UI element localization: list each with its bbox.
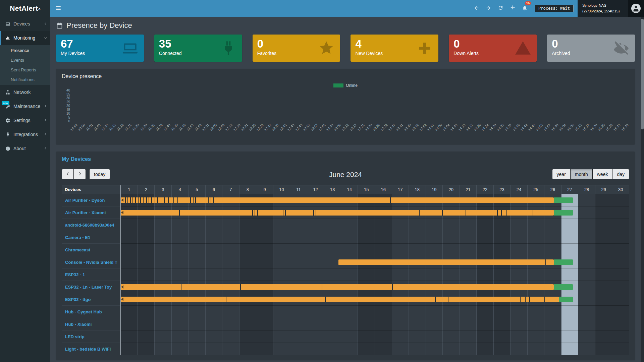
offline-gap-tick: [195, 197, 196, 203]
device-link-air-purifier-dyson[interactable]: Air Purifier - Dyson: [62, 194, 120, 206]
calendar-nav-group: today: [62, 169, 110, 179]
chevron-left-icon: [44, 132, 48, 137]
day-header-5: 5: [189, 185, 206, 194]
calendar-today-button[interactable]: today: [89, 169, 110, 179]
device-link-air-purifier-xiaomi[interactable]: Air Purifier - Xiaomi: [62, 206, 120, 219]
process-status: Process: Wait: [535, 5, 574, 12]
brand-logo[interactable]: NetAlertx: [0, 0, 50, 17]
offline-gap-tick: [392, 284, 393, 290]
day-header-14: 14: [341, 185, 358, 194]
offline-gap-tick: [501, 210, 502, 216]
refresh-button[interactable]: [494, 0, 506, 17]
x-axis-label-cell: 12:16: [235, 122, 241, 140]
device-link-console-nvidia-shield-t[interactable]: Console - Nvidia Shield T: [62, 256, 120, 268]
offline-gap-tick: [316, 210, 316, 216]
sidebar-subitem-events[interactable]: Events: [0, 55, 50, 65]
notifications-button[interactable]: 15: [519, 0, 531, 17]
x-axis-label: 14:20: [473, 123, 481, 131]
presence-bar-current[interactable]: [554, 197, 573, 203]
device-link-esp32-1n-laser-toy[interactable]: ESP32 - 1n - Laser Toy: [62, 281, 120, 293]
sidebar-toggle-button[interactable]: [50, 0, 66, 17]
sidebar-item-monitoring[interactable]: Monitoring: [0, 31, 50, 45]
x-axis-label: 11:25: [132, 123, 140, 131]
calendar-next-button[interactable]: [74, 169, 86, 179]
device-link-camera-e1[interactable]: Camera - E1: [62, 231, 120, 244]
sidebar-subitem-sent-reports[interactable]: Sent Reports: [0, 65, 50, 75]
pan-mode-button[interactable]: [506, 0, 519, 17]
offline-gap-tick: [497, 210, 498, 216]
timeline-row: [121, 256, 629, 268]
summary-card-connected[interactable]: 35Connected: [154, 35, 242, 62]
presence-bar-online[interactable]: [121, 197, 554, 203]
y-axis-tick: 25: [66, 100, 70, 104]
summary-card-archived[interactable]: 0Archived: [547, 35, 635, 62]
nav-back-button[interactable]: [470, 0, 482, 17]
presence-bar-current[interactable]: [559, 297, 573, 302]
x-axis-label: 12:32: [263, 123, 272, 131]
continues-left-arrow-icon: [121, 198, 123, 202]
calendar-view-month-button[interactable]: month: [571, 169, 593, 179]
presence-bar-online[interactable]: [121, 284, 554, 290]
sidebar-subitem-presence[interactable]: Presence: [0, 46, 50, 55]
avatar[interactable]: [631, 4, 641, 13]
presence-bar-online[interactable]: [121, 297, 559, 302]
device-link-light-bedside-b-wifi[interactable]: Light - bedside B WiFi: [62, 343, 120, 355]
x-axis-label: 15:08: [566, 123, 575, 131]
x-axis-label-cell: 14:53: [538, 122, 544, 140]
x-axis-label-cell: 12:09: [220, 122, 226, 140]
offline-gap-tick: [529, 297, 530, 302]
scrollbar-thumb[interactable]: [641, 19, 644, 129]
summary-card-new-devices[interactable]: 4New Devices: [351, 35, 438, 62]
day-header-28: 28: [578, 185, 595, 194]
calendar-view-day-button[interactable]: day: [612, 169, 629, 179]
x-axis-label: 12:45: [287, 123, 295, 131]
summary-card-favorites[interactable]: 0Favorites: [253, 35, 340, 62]
summary-card-down-alerts[interactable]: 0Down Alerts: [449, 35, 537, 62]
user-icon: [632, 4, 640, 13]
x-axis-label-cell: 13:37: [391, 122, 396, 140]
calendar-view-week-button[interactable]: week: [593, 169, 613, 179]
brand-sup: x: [38, 6, 40, 10]
nav-forward-button[interactable]: [482, 0, 494, 17]
day-header-22: 22: [477, 185, 494, 194]
x-axis-label: 12:05: [209, 123, 217, 131]
offline-gap-tick: [164, 197, 165, 203]
presence-bar-current[interactable]: [554, 284, 573, 290]
device-link-esp32-1[interactable]: ESP32 - 1: [62, 268, 120, 281]
summary-card-my-devices[interactable]: 67My Devices: [56, 35, 144, 62]
continues-left-arrow-icon: [121, 298, 123, 301]
device-link-android-68608b93a00e4[interactable]: android-68608b93a00e4: [62, 219, 120, 231]
hamburger-icon: [55, 5, 61, 12]
sidebar-subitem-notifications[interactable]: Notifications: [0, 75, 50, 84]
presence-bar-current[interactable]: [554, 210, 573, 216]
calendar-view-group: yearmonthweekday: [552, 169, 629, 179]
presence-chart-title: Device presence: [62, 73, 629, 79]
device-link-hub-xiaomi[interactable]: Hub - Xiaomi: [62, 318, 120, 330]
my-devices-title[interactable]: My Devices: [62, 156, 629, 162]
sidebar-item-maintenance[interactable]: newMaintenance: [0, 99, 50, 113]
y-axis-tick: 15: [66, 108, 70, 111]
sidebar-item-network[interactable]: Network: [0, 85, 50, 99]
device-link-esp32-ttgo[interactable]: ESP32 - ttgo: [62, 293, 120, 306]
device-link-hub-cygnet-hub[interactable]: Hub - Cygnet Hub: [62, 306, 120, 318]
laptop-icon: [122, 40, 139, 57]
arrow-left-icon: [474, 5, 479, 12]
device-link-chromecast[interactable]: Chromecast: [62, 244, 120, 256]
calendar-view-year-button[interactable]: year: [552, 169, 571, 179]
x-axis-label: 14:44: [520, 123, 528, 131]
sidebar-item-devices[interactable]: Devices: [0, 17, 50, 31]
x-axis-label-cell: 14:33: [499, 122, 505, 140]
continues-left-arrow-icon: [121, 211, 123, 214]
presence-bar-online[interactable]: [121, 210, 554, 216]
device-link-led-strip[interactable]: LED strip: [62, 330, 120, 343]
gear-icon: [5, 118, 10, 123]
sidebar-item-integrations[interactable]: Integrations: [0, 127, 50, 141]
calendar-prev-button[interactable]: [62, 169, 74, 179]
x-axis-label-cell: 11:49: [181, 122, 187, 140]
presence-bar-current[interactable]: [554, 259, 573, 265]
sidebar-item-about[interactable]: About: [0, 141, 50, 156]
offline-gap-tick: [285, 210, 286, 216]
sidebar-item-settings[interactable]: Settings: [0, 113, 50, 127]
presence-bar-online[interactable]: [338, 259, 554, 265]
y-axis-tick: 30: [66, 96, 70, 100]
